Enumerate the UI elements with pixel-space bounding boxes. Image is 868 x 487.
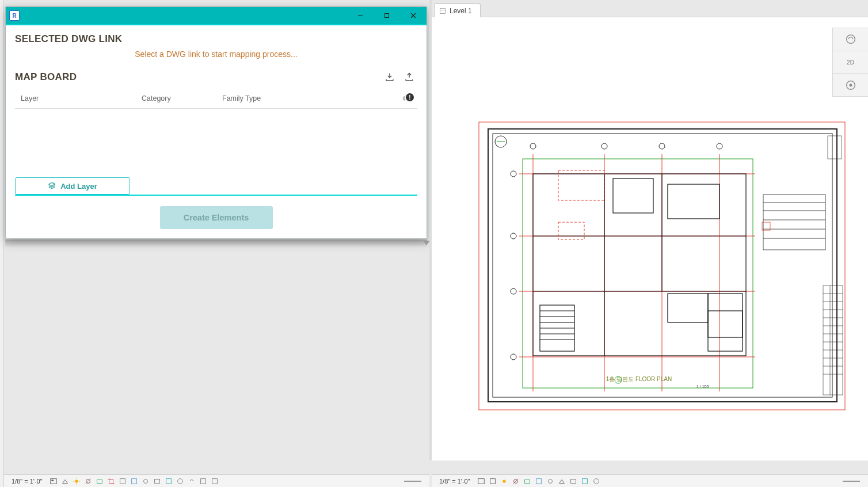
svg-rect-56: [558, 170, 604, 200]
dialog-titlebar[interactable]: R: [6, 7, 427, 24]
svg-line-16: [272, 393, 340, 428]
info-badge-icon[interactable]: !: [406, 93, 414, 101]
vb-crop-icon[interactable]: [106, 477, 116, 486]
svg-point-63: [511, 233, 516, 239]
right-plan-canvas[interactable]: 1층 평면도 FLOOR PLAN 1 / 100: [432, 17, 868, 461]
vb-reveal-icon[interactable]: [164, 477, 173, 486]
svg-rect-92: [51, 480, 54, 481]
svg-point-64: [511, 288, 516, 294]
vb-generic-icon-c[interactable]: [141, 477, 150, 486]
svg-rect-100: [97, 480, 102, 483]
svg-rect-87: [828, 136, 842, 159]
create-elements-button[interactable]: Create Elements: [160, 206, 273, 229]
svg-line-7: [108, 298, 250, 374]
add-layer-button[interactable]: Add Layer: [15, 177, 130, 195]
info-prefix: ¢: [402, 95, 406, 102]
svg-line-12: [255, 406, 326, 442]
vb-generic-icon-d[interactable]: [153, 477, 162, 486]
floor-plan-graphic: 1층 평면도 FLOOR PLAN 1 / 100: [478, 121, 846, 420]
right-plan-view-pane: Level 1: [432, 0, 868, 461]
vb-sun-icon[interactable]: [72, 477, 81, 486]
app-left-edge: [0, 0, 4, 487]
plan-title-text: 1층 평면도 FLOOR PLAN: [606, 376, 672, 382]
vb2-icon-1[interactable]: [477, 477, 486, 486]
svg-rect-48: [708, 311, 743, 337]
svg-rect-101: [120, 478, 125, 484]
svg-point-59: [601, 143, 607, 149]
vb-render-icon[interactable]: [95, 477, 104, 486]
navcube-home-icon[interactable]: [833, 28, 868, 51]
map-table-body-empty: [15, 109, 417, 174]
svg-rect-102: [131, 478, 136, 484]
view-nav-cube[interactable]: 2D: [832, 28, 868, 97]
vb2-icon-5[interactable]: [546, 477, 555, 486]
svg-rect-47: [708, 294, 743, 351]
vb-generic-icon-g[interactable]: [210, 477, 219, 486]
svg-point-61: [717, 143, 722, 149]
vb2-icon-2[interactable]: [488, 477, 497, 486]
navcube-steering-icon[interactable]: [833, 74, 868, 96]
svg-rect-118: [582, 478, 587, 484]
scale-display[interactable]: 1/8" = 1'-0": [7, 477, 47, 485]
tab-level-1[interactable]: Level 1: [434, 3, 481, 17]
vb-shadow-off-icon[interactable]: [83, 477, 93, 486]
svg-point-116: [548, 479, 552, 483]
dwg-mapping-dialog: R SELECTED DWG LINK Select a DWG link to…: [5, 6, 427, 239]
svg-rect-46: [668, 294, 708, 322]
svg-line-4: [119, 330, 271, 406]
app-icon: R: [9, 10, 20, 21]
vb2-icon-3[interactable]: [523, 477, 532, 486]
vb2-icon-7[interactable]: [569, 477, 578, 486]
svg-rect-109: [478, 478, 484, 484]
svg-rect-27: [488, 129, 837, 402]
vb2-icon-6[interactable]: [557, 477, 566, 486]
svg-rect-30: [523, 159, 753, 388]
svg-point-119: [593, 478, 599, 484]
svg-marker-0: [48, 269, 375, 455]
svg-marker-11: [244, 390, 342, 444]
svg-rect-45: [668, 184, 719, 219]
svg-point-106: [177, 478, 182, 484]
vb-generic-icon-b[interactable]: [130, 477, 139, 486]
export-icon[interactable]: [401, 69, 417, 85]
col-layer: Layer: [21, 94, 142, 102]
left-view-control-bar[interactable]: 1/8" = 1'-0": [4, 474, 429, 487]
svg-rect-28: [493, 134, 832, 397]
vb-generic-icon-f[interactable]: [199, 477, 208, 486]
vb2-icon-8[interactable]: [580, 477, 589, 486]
svg-rect-104: [154, 479, 159, 483]
vb2-dash: [843, 481, 860, 482]
col-category: Category: [142, 94, 222, 102]
vb2-shadow-off-icon[interactable]: [511, 477, 520, 486]
scale-display-right[interactable]: 1/8" = 1'-0": [435, 477, 474, 485]
svg-line-5: [140, 317, 292, 393]
map-board-title: MAP BOARD: [15, 71, 378, 83]
vb-link-icon[interactable]: [187, 477, 196, 486]
close-button[interactable]: [400, 7, 427, 24]
isometric-floorplan-graphic: [27, 265, 395, 461]
minimize-button[interactable]: [347, 7, 374, 24]
vb-icon-2[interactable]: [60, 477, 70, 486]
vb-icon-1[interactable]: [49, 477, 58, 486]
svg-line-15: [268, 397, 337, 432]
vb2-sun-icon[interactable]: [500, 477, 509, 486]
import-icon[interactable]: [382, 69, 398, 85]
maximize-button[interactable]: [374, 7, 400, 24]
svg-point-88: [846, 35, 855, 44]
sheet-icon: [439, 7, 446, 14]
vb-generic-icon-e[interactable]: [176, 477, 185, 486]
svg-rect-20: [385, 14, 389, 18]
svg-point-62: [511, 171, 516, 177]
svg-point-18: [136, 397, 141, 402]
vb2-icon-9[interactable]: [592, 477, 601, 486]
svg-rect-110: [490, 478, 495, 484]
navcube-2d-label[interactable]: 2D: [833, 51, 868, 74]
right-view-control-bar[interactable]: 1/8" = 1'-0": [432, 474, 868, 487]
svg-marker-3: [97, 291, 314, 418]
svg-rect-115: [536, 478, 541, 484]
add-layer-label: Add Layer: [60, 182, 97, 191]
vb2-icon-4[interactable]: [534, 477, 543, 486]
vb-generic-icon-a[interactable]: [118, 477, 127, 486]
selected-dwg-title: SELECTED DWG LINK: [15, 33, 417, 45]
svg-line-14: [264, 400, 334, 435]
